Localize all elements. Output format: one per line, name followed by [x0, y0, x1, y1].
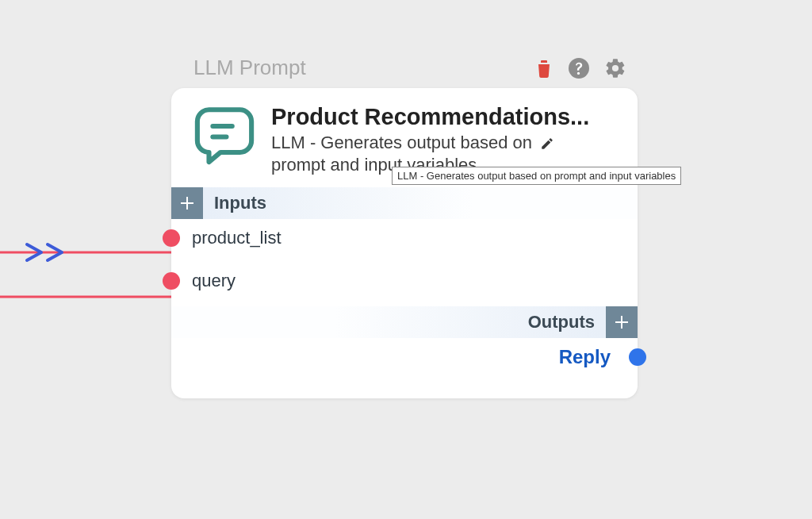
description-tooltip: LLM - Generates output based on prompt a… — [392, 167, 681, 185]
node-header-row: LLM Prompt — [171, 52, 638, 88]
llm-prompt-node: LLM Prompt — [171, 52, 638, 398]
node-toolbar — [534, 57, 630, 79]
inputs-label: Inputs — [203, 193, 278, 213]
input-port-dot[interactable] — [163, 229, 180, 247]
add-input-button[interactable] — [171, 187, 203, 219]
add-output-button[interactable] — [606, 306, 638, 338]
input-port-label: product_list — [192, 228, 282, 248]
gear-icon[interactable] — [604, 57, 626, 79]
svg-point-3 — [577, 71, 580, 74]
outputs-section-bar: Outputs — [171, 306, 638, 338]
edit-icon[interactable] — [540, 136, 554, 151]
input-port-dot[interactable] — [163, 272, 180, 290]
node-type-label: LLM Prompt — [193, 56, 306, 80]
node-card[interactable]: Product Recommendations... LLM - Generat… — [171, 88, 638, 398]
output-port-label: Reply — [559, 346, 611, 368]
chat-bubble-icon — [193, 104, 255, 166]
help-icon[interactable] — [568, 57, 590, 79]
inputs-section-bar: Inputs — [171, 187, 638, 219]
delete-icon[interactable] — [534, 58, 553, 79]
node-title[interactable]: Product Recommendations... — [271, 104, 619, 130]
outputs-label: Outputs — [517, 312, 606, 333]
node-description-line1: LLM - Generates output based on — [271, 133, 532, 152]
input-port-row[interactable]: product_list — [171, 219, 638, 257]
card-header-text: Product Recommendations... LLM - Generat… — [271, 104, 619, 176]
input-port-label: query — [192, 271, 236, 291]
input-port-row[interactable]: query — [171, 262, 638, 300]
output-port-dot[interactable] — [629, 348, 646, 366]
output-port-row[interactable]: Reply — [171, 338, 638, 376]
